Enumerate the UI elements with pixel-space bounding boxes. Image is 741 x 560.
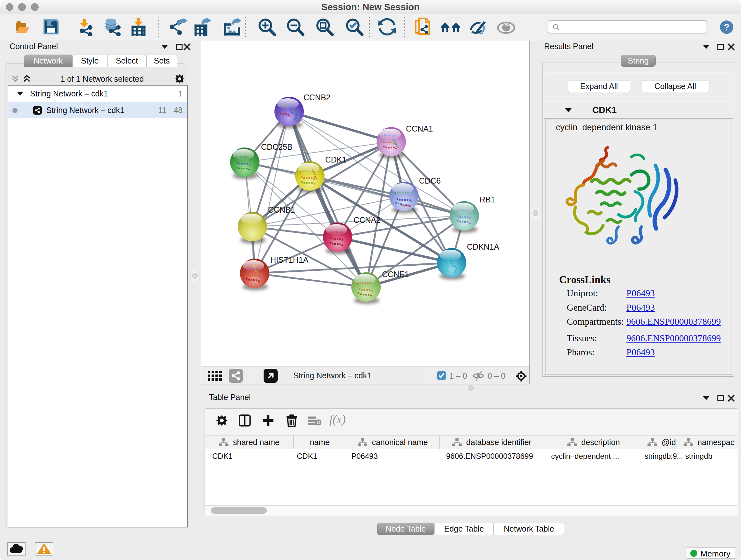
svg-text:CDC25B: CDC25B <box>261 142 293 151</box>
svg-text:RB1: RB1 <box>480 195 495 204</box>
svg-text:CCNB1: CCNB1 <box>268 205 295 214</box>
svg-text:CDKN1A: CDKN1A <box>467 242 499 251</box>
svg-text:CCNA1: CCNA1 <box>406 124 433 133</box>
svg-text:CCNB2: CCNB2 <box>304 93 331 102</box>
svg-text:CDK1: CDK1 <box>325 155 347 164</box>
svg-text:HIST1H1A: HIST1H1A <box>270 255 309 264</box>
svg-text:CDC6: CDC6 <box>419 176 441 185</box>
svg-text:CCNA2: CCNA2 <box>354 215 381 225</box>
svg-text:CCNE1: CCNE1 <box>382 270 409 279</box>
